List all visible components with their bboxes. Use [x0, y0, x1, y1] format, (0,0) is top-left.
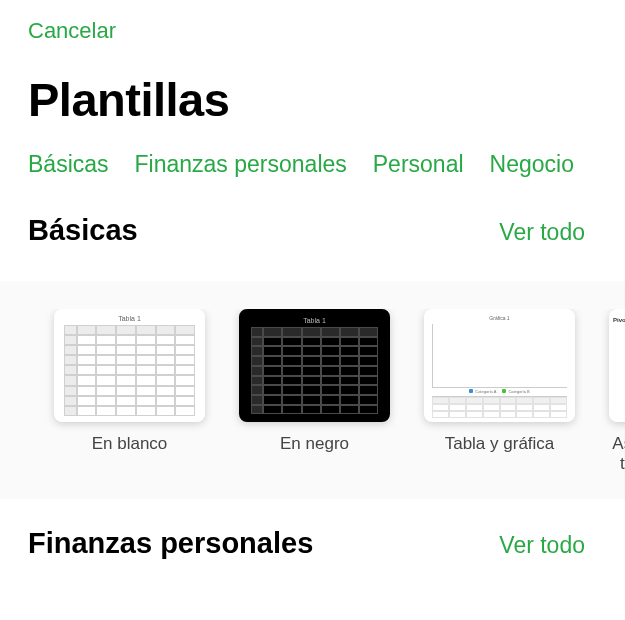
see-all-finanzas[interactable]: Ver todo	[499, 532, 585, 559]
chart-legend-icon: Categoría A Categoría B	[432, 388, 567, 396]
tab-personal[interactable]: Personal	[373, 151, 464, 178]
carousel-basicas: Tabla 1 En blanco Tabla 1	[0, 281, 625, 499]
spreadsheet-icon	[64, 325, 195, 416]
tab-negocio[interactable]: Negocio	[490, 151, 574, 178]
chart-title-icon: Gráfica 1	[432, 315, 567, 321]
category-tabs: Básicas Finanzas personales Personal Neg…	[0, 127, 625, 178]
bar-chart-icon	[432, 324, 567, 388]
template-partial[interactable]: Pivot T Asp ta	[609, 309, 625, 475]
template-thumbnail: Gráfica 1 Categoría A Categoría B	[424, 309, 575, 422]
sheet-title-icon: Tabla 1	[64, 315, 195, 322]
section-title-finanzas: Finanzas personales	[28, 527, 313, 560]
template-label: En negro	[280, 434, 349, 454]
template-en-negro[interactable]: Tabla 1 En negro	[239, 309, 390, 475]
template-thumbnail: Tabla 1	[54, 309, 205, 422]
template-label: Asp ta	[612, 434, 625, 475]
mini-table-icon	[432, 396, 567, 418]
tab-finanzas[interactable]: Finanzas personales	[135, 151, 347, 178]
template-en-blanco[interactable]: Tabla 1 En blanco	[54, 309, 205, 475]
section-header-finanzas: Finanzas personales Ver todo	[0, 499, 625, 560]
sheet-title-icon: Tabla 1	[251, 317, 378, 324]
template-thumbnail: Tabla 1	[239, 309, 390, 422]
see-all-basicas[interactable]: Ver todo	[499, 219, 585, 246]
template-thumbnail: Pivot T	[609, 309, 625, 422]
template-label: En blanco	[92, 434, 168, 454]
tab-basicas[interactable]: Básicas	[28, 151, 109, 178]
section-title-basicas: Básicas	[28, 214, 138, 247]
template-carousel[interactable]: Tabla 1 En blanco Tabla 1	[0, 309, 625, 475]
section-header-basicas: Básicas Ver todo	[0, 178, 625, 247]
template-label: Tabla y gráfica	[445, 434, 555, 454]
template-tabla-grafica[interactable]: Gráfica 1 Categoría A Categoría B	[424, 309, 575, 475]
page-title: Plantillas	[0, 44, 625, 127]
cancel-button[interactable]: Cancelar	[0, 0, 116, 44]
spreadsheet-icon	[251, 327, 378, 414]
